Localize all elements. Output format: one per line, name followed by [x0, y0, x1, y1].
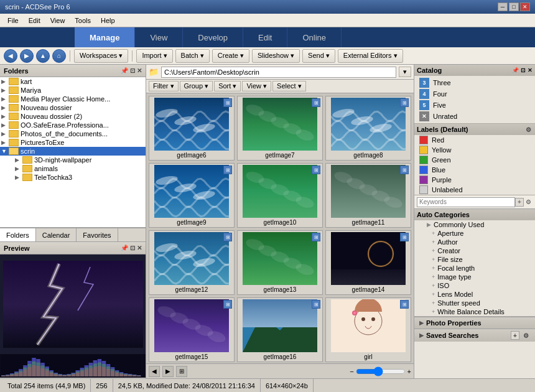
menu-edit[interactable]: Edit: [24, 16, 45, 26]
batch-button[interactable]: Batch ▾: [175, 49, 210, 63]
forward-button[interactable]: ▶: [20, 49, 34, 63]
thumb-getImage14[interactable]: ⊞getImage14: [325, 230, 411, 295]
tab-folders[interactable]: Folders: [0, 228, 36, 241]
auto-cat-whitebalance[interactable]: + White Balance Details: [414, 307, 535, 316]
rating-unrated[interactable]: ✕ Unrated: [414, 111, 535, 122]
catalog-close[interactable]: ✕: [528, 67, 533, 73]
folder-teletochka[interactable]: ▶TeleTochka3: [0, 173, 146, 182]
maximize-button[interactable]: □: [509, 2, 519, 11]
auto-cat-aperture[interactable]: + Aperture: [414, 229, 535, 238]
import-button[interactable]: Import ▾: [136, 49, 172, 63]
thumb-getImage6[interactable]: ⊞getImage6: [149, 96, 235, 161]
label-green[interactable]: Green: [414, 155, 535, 165]
zoom-minus[interactable]: −: [350, 368, 353, 375]
rating-five[interactable]: 5 Five: [414, 100, 535, 111]
menu-tools[interactable]: Tools: [70, 16, 96, 26]
auto-cat-focal[interactable]: + Focal length: [414, 264, 535, 273]
close-button[interactable]: ✕: [520, 2, 530, 11]
folder-photos[interactable]: ▶Photos_of_the_documents...: [0, 129, 146, 138]
auto-cat-filesize[interactable]: + File size: [414, 255, 535, 264]
folders-pin[interactable]: 📌: [121, 67, 128, 74]
folder-oo[interactable]: ▶OO.SafeErase.Professiona...: [0, 121, 146, 129]
folder-scrin[interactable]: ▼scrin: [0, 147, 146, 156]
saved-searches-gear[interactable]: ⚙: [521, 331, 530, 340]
next-page[interactable]: ▶: [162, 366, 174, 377]
up-button[interactable]: ▲: [36, 49, 50, 63]
menu-file[interactable]: File: [2, 16, 24, 26]
select-button[interactable]: Select ▾: [272, 81, 306, 91]
tab-manage[interactable]: Manage: [75, 27, 135, 47]
label-purple[interactable]: Purple: [414, 175, 535, 185]
thumb-girl[interactable]: ⊞girl: [325, 297, 411, 362]
tab-calendar[interactable]: Calendar: [36, 228, 77, 241]
thumb-getImage7[interactable]: ⊞getImage7: [237, 96, 323, 161]
thumb-getImage12[interactable]: ⊞getImage12: [149, 230, 235, 295]
folder-kart[interactable]: ▶kart: [0, 77, 146, 86]
auto-cat-shutter[interactable]: + Shutter speed: [414, 299, 535, 307]
thumb-getImage15[interactable]: ⊞getImage15: [149, 297, 235, 362]
keywords-input[interactable]: [417, 197, 515, 207]
saved-searches-row[interactable]: ▶ Saved Searches + ⚙: [414, 329, 535, 342]
tab-edit[interactable]: Edit: [243, 27, 287, 47]
saved-searches-add[interactable]: +: [511, 331, 519, 340]
catalog-undock[interactable]: ⊡: [521, 67, 526, 73]
folders-undock[interactable]: ⊡: [130, 67, 135, 74]
auto-cat-creator[interactable]: + Creator: [414, 246, 535, 255]
folder-animals[interactable]: ▶animals: [0, 164, 146, 173]
label-blue[interactable]: Blue: [414, 165, 535, 175]
rating-three[interactable]: 3 Three: [414, 77, 535, 88]
auto-cat-lens[interactable]: + Lens Model: [414, 290, 535, 299]
catalog-pin[interactable]: 📌: [512, 67, 519, 73]
preview-close[interactable]: ✕: [137, 245, 142, 251]
auto-cat-author[interactable]: + Author: [414, 238, 535, 246]
preview-pin[interactable]: 📌: [121, 245, 128, 251]
back-button[interactable]: ◀: [4, 49, 17, 63]
label-yellow[interactable]: Yellow: [414, 145, 535, 155]
minimize-button[interactable]: ─: [498, 2, 508, 11]
thumb-getImage13[interactable]: ⊞getImage13: [237, 230, 323, 295]
tab-online[interactable]: Online: [287, 27, 342, 47]
folder-media-player[interactable]: ▶Media Player Classic Home...: [0, 95, 146, 103]
preview-undock[interactable]: ⊡: [130, 245, 135, 251]
external-editors-button[interactable]: External Editors ▾: [338, 49, 403, 63]
zoom-plus[interactable]: +: [407, 368, 411, 375]
label-red[interactable]: Red: [414, 135, 535, 145]
tab-favorites[interactable]: Favorites: [77, 228, 118, 241]
auto-cat-iso[interactable]: + ISO: [414, 281, 535, 290]
send-button[interactable]: Send ▾: [302, 49, 335, 63]
workspaces-button[interactable]: Workspaces ▾: [74, 49, 128, 63]
label-unlabeled[interactable]: Unlabeled: [414, 185, 535, 195]
auto-cat-imagetype[interactable]: + Image type: [414, 273, 535, 281]
labels-gear[interactable]: ⚙: [524, 125, 533, 134]
prev-page[interactable]: ◀: [149, 366, 160, 377]
keywords-gear[interactable]: ⚙: [524, 198, 533, 207]
folder-mariya[interactable]: ▶Mariya: [0, 86, 146, 95]
folder-picturestoexe[interactable]: ▶PicturesToExe: [0, 138, 146, 147]
tab-develop[interactable]: Develop: [183, 27, 243, 47]
slideshow-button[interactable]: Slideshow ▾: [252, 49, 300, 63]
rating-four[interactable]: 4 Four: [414, 88, 535, 100]
photo-properties-row[interactable]: ▶ Photo Properties: [414, 317, 535, 329]
thumb-getImage11[interactable]: ⊞getImage11: [325, 163, 411, 228]
home-button[interactable]: ⌂: [52, 49, 66, 63]
tab-view[interactable]: View: [135, 27, 183, 47]
folder-nouveau[interactable]: ▶Nouveau dossier: [0, 103, 146, 112]
thumb-getImage16[interactable]: ⊞getImage16: [237, 297, 323, 362]
thumb-getImage10[interactable]: ⊞getImage10: [237, 163, 323, 228]
group-button[interactable]: Group ▾: [180, 81, 213, 91]
path-dropdown[interactable]: ▾: [399, 67, 411, 77]
menu-help[interactable]: Help: [96, 16, 120, 26]
thumb-getImage8[interactable]: ⊞getImage8: [325, 96, 411, 161]
zoom-slider[interactable]: [356, 366, 406, 376]
filter-button[interactable]: Filter ▾: [149, 81, 179, 91]
thumb-getImage9[interactable]: ⊞getImage9: [149, 163, 235, 228]
folder-nouveau2[interactable]: ▶Nouveau dossier (2): [0, 112, 146, 121]
view-button[interactable]: View ▾: [242, 81, 271, 91]
folder-3d[interactable]: ▶3D-night-wallpaper: [0, 156, 146, 164]
create-button[interactable]: Create ▾: [212, 49, 249, 63]
folders-close[interactable]: ✕: [137, 67, 142, 74]
keywords-add[interactable]: +: [515, 198, 524, 207]
auto-cat-commonly-used[interactable]: ▶ Commonly Used: [414, 220, 535, 229]
page-info[interactable]: ⊞: [176, 366, 187, 377]
sort-button[interactable]: Sort ▾: [214, 81, 241, 91]
